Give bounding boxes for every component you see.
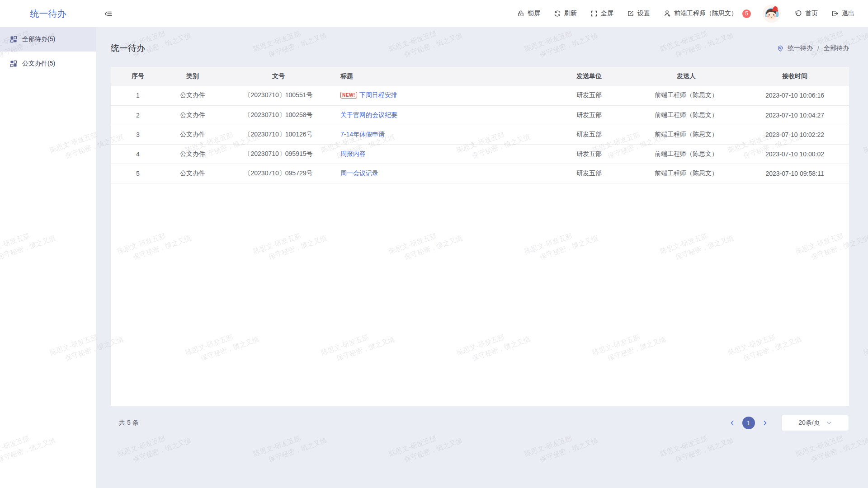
cell-sender: 前端工程师（陈思文） xyxy=(632,164,741,183)
cell-doc-no: 〔20230710〕095729号 xyxy=(220,164,337,183)
cell-title: 7-14年休假申请 xyxy=(337,125,546,144)
cell-received-time: 2023-07-10 10:04:27 xyxy=(741,105,849,125)
cell-doc-no: 〔20230710〕095915号 xyxy=(220,144,337,164)
settings-button[interactable]: 设置 xyxy=(627,9,650,18)
cell-title: 关于官网的会议纪要 xyxy=(337,105,546,125)
cell-unit: 研发五部 xyxy=(546,105,632,125)
breadcrumb-first[interactable]: 统一待办 xyxy=(788,44,813,52)
cell-sender: 前端工程师（陈思文） xyxy=(632,105,741,125)
col-received: 接收时间 xyxy=(741,67,849,86)
sidebar-collapse-button[interactable] xyxy=(104,10,112,18)
cell-received-time: 2023-07-10 10:02:22 xyxy=(741,125,849,144)
refresh-button[interactable]: 刷新 xyxy=(554,9,577,18)
settings-label: 设置 xyxy=(637,9,650,18)
refresh-label: 刷新 xyxy=(564,9,577,18)
logout-button[interactable]: 退出 xyxy=(831,9,854,18)
todo-table-card: 序号 类别 文号 标题 发送单位 发送人 接收时间 1公文办件〔20230710… xyxy=(111,67,849,406)
cell-title: NEW!下周日程安排 xyxy=(337,86,546,105)
sidebar: 全部待办(5) 公文办件(5) xyxy=(0,27,96,488)
page-head: 统一待办 统一待办 / 全部待办 xyxy=(111,27,849,67)
page-title: 统一待办 xyxy=(111,42,145,54)
col-title: 标题 xyxy=(337,67,546,86)
cell-title: 周报内容 xyxy=(337,144,546,164)
menu-fold-icon xyxy=(104,10,112,18)
cell-seq: 5 xyxy=(111,164,165,183)
cell-category: 公文办件 xyxy=(165,125,220,144)
grid-icon xyxy=(10,60,17,67)
user-icon xyxy=(664,10,671,17)
chevron-down-icon xyxy=(826,420,832,426)
prev-page-button[interactable] xyxy=(727,418,738,427)
col-doc-no: 文号 xyxy=(220,67,337,86)
document-title-link[interactable]: 周一会议记录 xyxy=(340,169,378,177)
lock-screen-button[interactable]: 锁屏 xyxy=(517,9,540,18)
col-unit: 发送单位 xyxy=(546,67,632,86)
table-header-row: 序号 类别 文号 标题 发送单位 发送人 接收时间 xyxy=(111,67,849,86)
cell-category: 公文办件 xyxy=(165,105,220,125)
avatar[interactable] xyxy=(763,5,781,23)
cell-doc-no: 〔20230710〕100551号 xyxy=(220,86,337,105)
cell-unit: 研发五部 xyxy=(546,86,632,105)
main-content: 统一待办 统一待办 / 全部待办 xyxy=(96,27,868,488)
table-row: 4公文办件〔20230710〕095915号周报内容研发五部前端工程师（陈思文）… xyxy=(111,144,849,164)
cell-seq: 3 xyxy=(111,125,165,144)
logout-label: 退出 xyxy=(842,9,854,18)
table-row: 3公文办件〔20230710〕100126号7-14年休假申请研发五部前端工程师… xyxy=(111,125,849,144)
breadcrumb-separator: / xyxy=(817,45,819,52)
user-menu[interactable]: 前端工程师（陈思文） 5 xyxy=(664,9,751,18)
document-title-link[interactable]: 7-14年休假申请 xyxy=(340,131,385,138)
table-footer: 共 5 条 1 20条/页 xyxy=(111,415,849,431)
page-size-value: 20条/页 xyxy=(798,419,820,427)
fullscreen-icon xyxy=(590,10,598,17)
col-sender: 发送人 xyxy=(632,67,741,86)
settings-edit-icon xyxy=(627,10,634,17)
cell-seq: 1 xyxy=(111,86,165,105)
cell-doc-no: 〔20230710〕100126号 xyxy=(220,125,337,144)
todo-table: 序号 类别 文号 标题 发送单位 发送人 接收时间 1公文办件〔20230710… xyxy=(111,67,849,183)
cell-unit: 研发五部 xyxy=(546,144,632,164)
undo-home-icon xyxy=(794,10,802,18)
location-pin-icon xyxy=(777,45,784,52)
cell-seq: 4 xyxy=(111,144,165,164)
fullscreen-label: 全屏 xyxy=(601,9,613,18)
cell-doc-no: 〔20230710〕100258号 xyxy=(220,105,337,125)
cell-sender: 前端工程师（陈思文） xyxy=(632,144,741,164)
document-title-link[interactable]: 下周日程安排 xyxy=(359,91,397,99)
sidebar-item-label: 公文办件(5) xyxy=(22,60,55,68)
user-name-label: 前端工程师（陈思文） xyxy=(674,9,737,18)
app-logo[interactable]: 统一待办 xyxy=(0,8,96,20)
refresh-icon xyxy=(554,10,561,17)
sidebar-item-official-docs[interactable]: 公文办件(5) xyxy=(0,52,96,76)
breadcrumb-current: 全部待办 xyxy=(824,44,849,52)
cell-category: 公文办件 xyxy=(165,86,220,105)
lock-icon xyxy=(517,10,524,17)
current-page-button[interactable]: 1 xyxy=(742,417,755,429)
table-row: 2公文办件〔20230710〕100258号关于官网的会议纪要研发五部前端工程师… xyxy=(111,105,849,125)
col-category: 类别 xyxy=(165,67,220,86)
logout-icon xyxy=(831,10,839,17)
cell-unit: 研发五部 xyxy=(546,164,632,183)
table-row: 1公文办件〔20230710〕100551号NEW!下周日程安排研发五部前端工程… xyxy=(111,86,849,105)
next-page-button[interactable] xyxy=(760,418,770,427)
cell-received-time: 2023-07-10 09:58:11 xyxy=(741,164,849,183)
app-header: 统一待办 锁屏 刷新 xyxy=(0,0,868,27)
cell-received-time: 2023-07-10 10:00:02 xyxy=(741,144,849,164)
todo-count-badge: 5 xyxy=(742,9,751,18)
document-title-link[interactable]: 周报内容 xyxy=(340,150,366,157)
home-button[interactable]: 首页 xyxy=(794,9,818,18)
fullscreen-button[interactable]: 全屏 xyxy=(590,9,613,18)
sidebar-item-all-todos[interactable]: 全部待办(5) xyxy=(0,27,96,52)
page-size-select[interactable]: 20条/页 xyxy=(781,415,849,431)
cell-seq: 2 xyxy=(111,105,165,125)
cell-category: 公文办件 xyxy=(165,144,220,164)
grid-icon xyxy=(10,36,17,43)
table-row: 5公文办件〔20230710〕095729号周一会议记录研发五部前端工程师（陈思… xyxy=(111,164,849,183)
cell-unit: 研发五部 xyxy=(546,125,632,144)
cell-category: 公文办件 xyxy=(165,164,220,183)
col-seq: 序号 xyxy=(111,67,165,86)
body-layout: 全部待办(5) 公文办件(5) 统一待办 xyxy=(0,27,868,488)
total-count-label: 共 5 条 xyxy=(111,419,139,427)
document-title-link[interactable]: 关于官网的会议纪要 xyxy=(340,111,397,118)
lock-screen-label: 锁屏 xyxy=(528,9,540,18)
cell-sender: 前端工程师（陈思文） xyxy=(632,86,741,105)
